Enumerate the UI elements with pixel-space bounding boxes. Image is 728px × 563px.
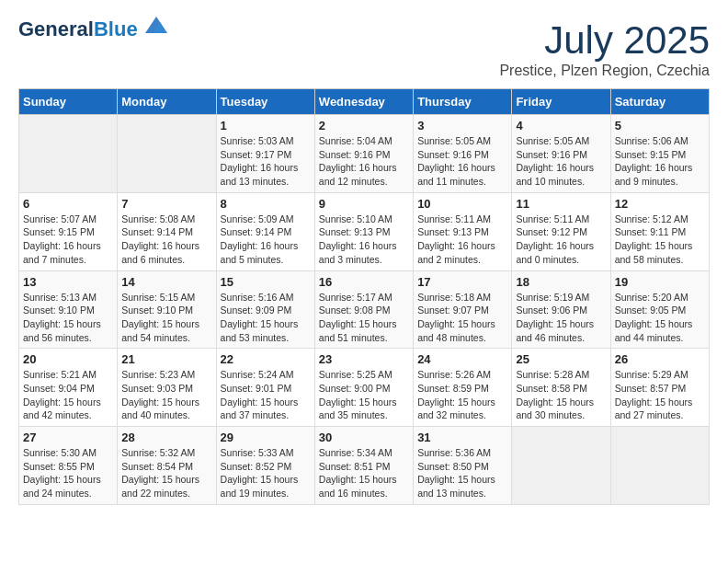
weekday-header-wednesday: Wednesday — [314, 89, 413, 115]
calendar-week-row: 1Sunrise: 5:03 AM Sunset: 9:17 PM Daylig… — [19, 115, 710, 193]
day-number: 16 — [319, 275, 409, 289]
weekday-header-sunday: Sunday — [19, 89, 118, 115]
day-number: 18 — [516, 275, 606, 289]
day-detail: Sunrise: 5:32 AM Sunset: 8:54 PM Dayligh… — [121, 446, 211, 500]
calendar-cell: 12Sunrise: 5:12 AM Sunset: 9:11 PM Dayli… — [610, 192, 709, 270]
calendar-header: SundayMondayTuesdayWednesdayThursdayFrid… — [19, 89, 710, 115]
calendar-cell: 9Sunrise: 5:10 AM Sunset: 9:13 PM Daylig… — [314, 192, 413, 270]
day-number: 1 — [221, 119, 311, 132]
day-number: 20 — [23, 352, 113, 366]
calendar-cell — [512, 427, 610, 505]
day-detail: Sunrise: 5:20 AM Sunset: 9:05 PM Dayligh… — [615, 291, 705, 345]
calendar-cell: 23Sunrise: 5:25 AM Sunset: 9:00 PM Dayli… — [314, 349, 413, 427]
day-detail: Sunrise: 5:11 AM Sunset: 9:13 PM Dayligh… — [417, 213, 507, 267]
day-number: 2 — [319, 119, 409, 132]
page-header: GeneralBlue July 2025 Prestice, Plzen Re… — [18, 18, 710, 79]
calendar-cell: 19Sunrise: 5:20 AM Sunset: 9:05 PM Dayli… — [610, 270, 709, 349]
calendar-cell: 10Sunrise: 5:11 AM Sunset: 9:13 PM Dayli… — [414, 192, 512, 270]
calendar-cell: 27Sunrise: 5:30 AM Sunset: 8:55 PM Dayli… — [19, 427, 118, 505]
weekday-header-monday: Monday — [118, 89, 216, 115]
day-detail: Sunrise: 5:23 AM Sunset: 9:03 PM Dayligh… — [121, 368, 211, 422]
day-number: 23 — [319, 352, 409, 366]
day-detail: Sunrise: 5:24 AM Sunset: 9:01 PM Dayligh… — [221, 368, 311, 422]
day-detail: Sunrise: 5:09 AM Sunset: 9:14 PM Dayligh… — [221, 213, 311, 267]
day-number: 30 — [319, 431, 409, 444]
weekday-row: SundayMondayTuesdayWednesdayThursdayFrid… — [19, 89, 710, 115]
calendar-cell: 11Sunrise: 5:11 AM Sunset: 9:12 PM Dayli… — [512, 192, 610, 270]
day-number: 12 — [615, 197, 705, 211]
day-number: 3 — [417, 119, 507, 132]
day-detail: Sunrise: 5:10 AM Sunset: 9:13 PM Dayligh… — [319, 213, 409, 267]
day-number: 17 — [417, 275, 507, 289]
calendar-cell: 14Sunrise: 5:15 AM Sunset: 9:10 PM Dayli… — [118, 270, 216, 349]
day-detail: Sunrise: 5:16 AM Sunset: 9:09 PM Dayligh… — [221, 291, 311, 345]
day-detail: Sunrise: 5:33 AM Sunset: 8:52 PM Dayligh… — [221, 446, 311, 500]
weekday-header-tuesday: Tuesday — [216, 89, 314, 115]
weekday-header-thursday: Thursday — [414, 89, 512, 115]
day-detail: Sunrise: 5:06 AM Sunset: 9:15 PM Dayligh… — [615, 134, 705, 189]
calendar-body: 1Sunrise: 5:03 AM Sunset: 9:17 PM Daylig… — [19, 115, 710, 505]
calendar-cell: 1Sunrise: 5:03 AM Sunset: 9:17 PM Daylig… — [216, 115, 314, 193]
logo: GeneralBlue — [18, 18, 173, 40]
day-number: 6 — [23, 197, 113, 211]
day-number: 10 — [417, 197, 507, 211]
location: Prestice, Plzen Region, Czechia — [499, 63, 710, 79]
day-number: 14 — [121, 275, 211, 289]
calendar-cell — [19, 115, 118, 193]
calendar-cell: 6Sunrise: 5:07 AM Sunset: 9:15 PM Daylig… — [19, 192, 118, 270]
day-number: 28 — [121, 431, 211, 444]
day-detail: Sunrise: 5:15 AM Sunset: 9:10 PM Dayligh… — [121, 291, 211, 345]
day-detail: Sunrise: 5:04 AM Sunset: 9:16 PM Dayligh… — [319, 134, 409, 189]
weekday-header-friday: Friday — [512, 89, 610, 115]
day-detail: Sunrise: 5:30 AM Sunset: 8:55 PM Dayligh… — [23, 446, 113, 500]
calendar-cell: 29Sunrise: 5:33 AM Sunset: 8:52 PM Dayli… — [216, 427, 314, 505]
day-number: 19 — [615, 275, 705, 289]
calendar-cell: 24Sunrise: 5:26 AM Sunset: 8:59 PM Dayli… — [414, 349, 512, 427]
calendar-cell: 25Sunrise: 5:28 AM Sunset: 8:58 PM Dayli… — [512, 349, 610, 427]
calendar-cell: 22Sunrise: 5:24 AM Sunset: 9:01 PM Dayli… — [216, 349, 314, 427]
day-detail: Sunrise: 5:25 AM Sunset: 9:00 PM Dayligh… — [319, 368, 409, 422]
day-detail: Sunrise: 5:18 AM Sunset: 9:07 PM Dayligh… — [417, 291, 507, 345]
calendar-cell: 4Sunrise: 5:05 AM Sunset: 9:16 PM Daylig… — [512, 115, 610, 193]
day-number: 8 — [221, 197, 311, 211]
day-number: 31 — [417, 431, 507, 444]
day-detail: Sunrise: 5:17 AM Sunset: 9:08 PM Dayligh… — [319, 291, 409, 345]
day-detail: Sunrise: 5:36 AM Sunset: 8:50 PM Dayligh… — [417, 446, 507, 500]
calendar-cell: 15Sunrise: 5:16 AM Sunset: 9:09 PM Dayli… — [216, 270, 314, 349]
calendar-week-row: 27Sunrise: 5:30 AM Sunset: 8:55 PM Dayli… — [19, 427, 710, 505]
calendar-cell: 8Sunrise: 5:09 AM Sunset: 9:14 PM Daylig… — [216, 192, 314, 270]
day-number: 5 — [615, 119, 705, 132]
calendar-cell — [118, 115, 216, 193]
day-detail: Sunrise: 5:19 AM Sunset: 9:06 PM Dayligh… — [516, 291, 606, 345]
day-detail: Sunrise: 5:11 AM Sunset: 9:12 PM Dayligh… — [516, 213, 606, 267]
calendar-cell: 21Sunrise: 5:23 AM Sunset: 9:03 PM Dayli… — [118, 349, 216, 427]
day-number: 27 — [23, 431, 113, 444]
logo-text: GeneralBlue — [18, 18, 138, 40]
day-detail: Sunrise: 5:21 AM Sunset: 9:04 PM Dayligh… — [23, 368, 113, 422]
day-detail: Sunrise: 5:03 AM Sunset: 9:17 PM Dayligh… — [221, 134, 311, 189]
title-block: July 2025 Prestice, Plzen Region, Czechi… — [499, 18, 710, 79]
calendar-cell: 18Sunrise: 5:19 AM Sunset: 9:06 PM Dayli… — [512, 270, 610, 349]
calendar-cell: 31Sunrise: 5:36 AM Sunset: 8:50 PM Dayli… — [414, 427, 512, 505]
day-detail: Sunrise: 5:12 AM Sunset: 9:11 PM Dayligh… — [615, 213, 705, 267]
calendar-cell: 26Sunrise: 5:29 AM Sunset: 8:57 PM Dayli… — [610, 349, 709, 427]
logo-icon — [140, 13, 173, 39]
day-number: 13 — [23, 275, 113, 289]
calendar-week-row: 13Sunrise: 5:13 AM Sunset: 9:10 PM Dayli… — [19, 270, 710, 349]
day-number: 15 — [221, 275, 311, 289]
day-detail: Sunrise: 5:08 AM Sunset: 9:14 PM Dayligh… — [121, 213, 211, 267]
day-detail: Sunrise: 5:05 AM Sunset: 9:16 PM Dayligh… — [516, 134, 606, 189]
day-number: 25 — [516, 352, 606, 366]
calendar-cell: 16Sunrise: 5:17 AM Sunset: 9:08 PM Dayli… — [314, 270, 413, 349]
calendar-week-row: 6Sunrise: 5:07 AM Sunset: 9:15 PM Daylig… — [19, 192, 710, 270]
day-number: 4 — [516, 119, 606, 132]
day-number: 22 — [221, 352, 311, 366]
day-detail: Sunrise: 5:28 AM Sunset: 8:58 PM Dayligh… — [516, 368, 606, 422]
day-detail: Sunrise: 5:05 AM Sunset: 9:16 PM Dayligh… — [417, 134, 507, 189]
day-number: 29 — [221, 431, 311, 444]
day-detail: Sunrise: 5:29 AM Sunset: 8:57 PM Dayligh… — [615, 368, 705, 422]
calendar-cell: 17Sunrise: 5:18 AM Sunset: 9:07 PM Dayli… — [414, 270, 512, 349]
day-detail: Sunrise: 5:26 AM Sunset: 8:59 PM Dayligh… — [417, 368, 507, 422]
calendar-cell: 2Sunrise: 5:04 AM Sunset: 9:16 PM Daylig… — [314, 115, 413, 193]
calendar-cell — [610, 427, 709, 505]
